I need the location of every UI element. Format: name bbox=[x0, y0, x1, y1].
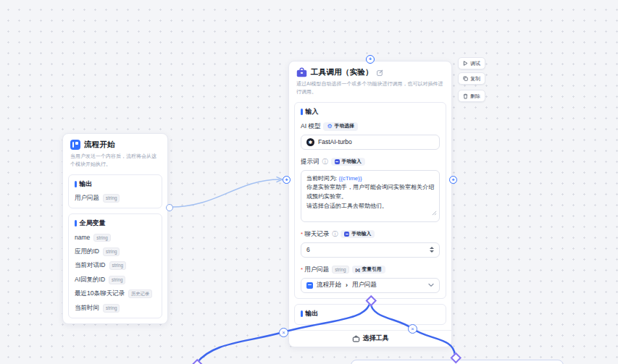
field-name: 用户问题 bbox=[75, 194, 99, 203]
play-icon bbox=[463, 61, 468, 66]
source-node-icon bbox=[306, 282, 313, 289]
badge-label: 手动输入 bbox=[351, 232, 371, 237]
variable-row: 最近10条聊天记录 历史记录 bbox=[75, 289, 156, 298]
plus-icon: + bbox=[285, 177, 288, 182]
chat-history-label: 聊天记录 bbox=[304, 230, 329, 239]
workflow-canvas[interactable]: 流程开始 当用户发送一个内容后，流程将会从这个模块开始执行。 输出 用户问题 s… bbox=[0, 0, 618, 364]
ref-field: 用户问题 bbox=[352, 281, 377, 289]
tool-node-header: 工具调用（实验） 通过AI模型自动选择一个或多个功能块进行调用，也可以对插件进行… bbox=[289, 62, 451, 99]
briefcase-icon bbox=[352, 335, 360, 342]
prompt-textarea[interactable]: 当前时间为: {{cTime}} 你是实验室助手，用户可能会询问实验室相关介绍或… bbox=[301, 170, 440, 222]
section-bar bbox=[75, 181, 77, 187]
model-name: FastAI-turbo bbox=[318, 138, 352, 145]
flow-start-icon bbox=[70, 140, 80, 150]
required-asterisk: * bbox=[301, 231, 303, 237]
prompt-text: 请选择合适的工具去帮助他们。 bbox=[306, 203, 388, 209]
section-bar bbox=[75, 220, 77, 227]
debug-button[interactable]: 调试 bbox=[458, 57, 485, 69]
variable-ref-icon: [x] bbox=[356, 268, 360, 272]
step-down-icon[interactable] bbox=[430, 250, 434, 253]
chevron-down-icon bbox=[428, 282, 434, 289]
gear-icon: ⚙ bbox=[327, 124, 332, 130]
edit-icon[interactable] bbox=[377, 69, 383, 76]
tool-input-panel: 输入 AI 模型 ⚙ 手动选择 ✱ FastAI-turbo 提示词 ⓘ 手动输… bbox=[294, 102, 446, 299]
input-mode-icon bbox=[344, 232, 349, 237]
delete-edge-button[interactable]: × bbox=[408, 324, 417, 334]
action-label: 复制 bbox=[470, 75, 480, 82]
output-row-user-question: 用户问题 string bbox=[75, 194, 156, 203]
start-output-label: 输出 bbox=[80, 179, 93, 189]
select-tool-label: 选择工具 bbox=[363, 334, 389, 343]
type-badge: string bbox=[103, 247, 120, 256]
copy-icon bbox=[463, 76, 468, 81]
badge-label: 手动选择 bbox=[335, 124, 354, 129]
manual-input-badge[interactable]: 手动输入 bbox=[341, 230, 375, 238]
manual-input-badge[interactable]: 手动输入 bbox=[331, 158, 365, 166]
global-variables-label: 全局变量 bbox=[80, 219, 106, 228]
variable-reference-badge[interactable]: [x] 变量引用 bbox=[352, 266, 385, 274]
type-badge: string bbox=[332, 266, 348, 274]
number-stepper[interactable] bbox=[430, 247, 434, 253]
prompt-row: 提示词 ⓘ 手动输入 bbox=[301, 158, 440, 166]
start-node[interactable]: 流程开始 当用户发送一个内容后，流程将会从这个模块开始执行。 输出 用户问题 s… bbox=[62, 133, 168, 324]
tool-node-description: 通过AI模型自动选择一个或多个功能块进行调用，也可以对插件进行调用。 bbox=[296, 80, 444, 96]
output-section-label: 输出 bbox=[306, 309, 319, 318]
left-branch-target-connector[interactable] bbox=[192, 359, 203, 364]
select-tool-button[interactable]: 选择工具 bbox=[289, 330, 451, 347]
type-badge: string bbox=[103, 304, 120, 313]
model-logo-icon: ✱ bbox=[306, 138, 314, 146]
tool-node-title: 工具调用（实验） bbox=[311, 67, 373, 77]
section-bar bbox=[301, 109, 303, 115]
tool-node-top-handle[interactable]: + bbox=[366, 55, 375, 64]
badge-label: 手动输入 bbox=[342, 159, 362, 164]
ai-model-row: AI 模型 ⚙ 手动选择 bbox=[301, 122, 440, 131]
plus-icon: + bbox=[369, 56, 372, 62]
step-up-icon[interactable] bbox=[430, 247, 434, 249]
prompt-variable-token: {{cTime}} bbox=[338, 175, 362, 182]
variable-name: 最近10条聊天记录 bbox=[75, 289, 125, 298]
node-actions-toolbar: 调试 复制 删除 bbox=[458, 57, 485, 102]
start-variables-panel: 全局变量 name string 应用的ID string 当前对话ID str… bbox=[68, 213, 162, 318]
prompt-label: 提示词 bbox=[301, 158, 320, 166]
section-bar bbox=[301, 310, 303, 317]
delete-button[interactable]: 删除 bbox=[458, 90, 485, 102]
variable-name: name bbox=[75, 234, 90, 241]
wire-arrowhead bbox=[277, 177, 283, 182]
prompt-text: 当前时间为: bbox=[306, 175, 338, 182]
model-select[interactable]: ✱ FastAI-turbo bbox=[301, 135, 440, 150]
variable-name: 当前时间 bbox=[75, 304, 99, 313]
required-asterisk: * bbox=[301, 266, 303, 273]
chevron-right-icon: › bbox=[346, 282, 348, 289]
copy-button[interactable]: 复制 bbox=[458, 72, 485, 85]
start-node-description: 当用户发送一个内容后，流程将会从这个模块开始执行。 bbox=[70, 153, 160, 169]
info-icon: ⓘ bbox=[322, 159, 328, 165]
variable-name: AI回复的ID bbox=[75, 276, 105, 284]
start-node-source-handle[interactable] bbox=[166, 204, 173, 211]
manual-select-badge[interactable]: ⚙ 手动选择 bbox=[323, 122, 357, 131]
variable-row: 当前时间 string bbox=[75, 304, 156, 313]
type-badge: 历史记录 bbox=[128, 289, 152, 298]
toolbox-icon bbox=[296, 67, 307, 77]
ref-source: 流程开始 bbox=[317, 281, 341, 289]
delete-edge-button[interactable]: × bbox=[279, 328, 288, 337]
tool-output-panel: 输出 bbox=[294, 304, 446, 325]
chat-history-row: * 聊天记录 ⓘ 手动输入 bbox=[301, 230, 440, 239]
tool-node-right-handle[interactable]: + bbox=[449, 176, 457, 184]
variable-row: 当前对话ID string bbox=[75, 261, 156, 270]
user-question-label: 用户问题 bbox=[304, 266, 329, 274]
type-badge: string bbox=[109, 276, 125, 284]
prompt-text: 你是实验室助手，用户可能会询问实验室相关介绍或预约实验室。 bbox=[306, 184, 434, 200]
variable-row: name string bbox=[75, 234, 156, 242]
plus-icon: + bbox=[451, 177, 454, 182]
badge-label: 变量引用 bbox=[362, 267, 381, 272]
variable-row: 应用的ID string bbox=[75, 247, 156, 256]
resize-handle-icon[interactable] bbox=[432, 210, 437, 219]
input-section-label: 输入 bbox=[306, 107, 319, 117]
chat-history-number-input[interactable]: 6 bbox=[301, 242, 440, 258]
start-node-title: 流程开始 bbox=[84, 140, 115, 150]
user-question-row: * 用户问题 string [x] 变量引用 bbox=[301, 266, 440, 274]
variable-reference-select[interactable]: 流程开始 › 用户问题 bbox=[301, 278, 440, 293]
type-badge: string bbox=[93, 234, 110, 242]
type-badge: string bbox=[103, 194, 120, 203]
tool-node-left-handle[interactable]: + bbox=[283, 176, 291, 184]
